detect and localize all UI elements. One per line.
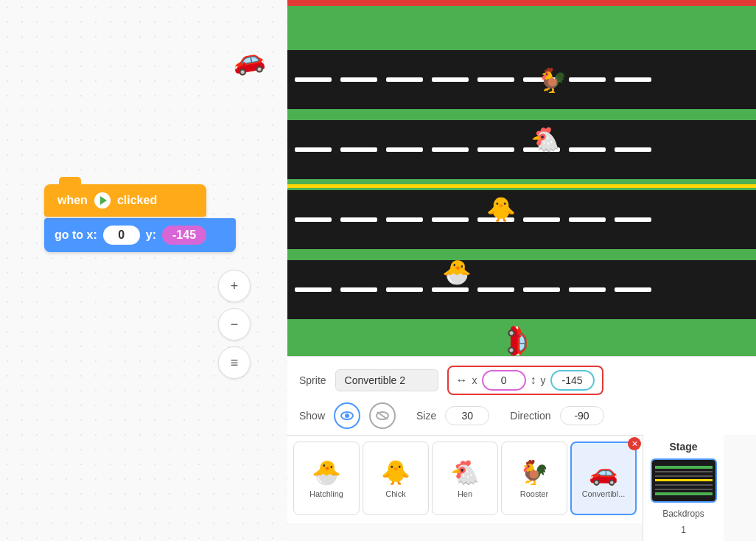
coord-box: ↔ x ↕ y <box>447 366 603 395</box>
convertible-thumb[interactable]: ✕ 🚗 Convertibl... <box>570 441 637 515</box>
road-dashes-3 <box>287 217 756 222</box>
road-1 <box>287 50 756 109</box>
sprites-area: Sprite ↔ x ↕ y Show <box>287 356 756 541</box>
road-4 <box>287 260 756 319</box>
green-top <box>287 6 756 52</box>
right-panel: 🚗 🐓 🐔 🐥 🐣 Sprite ↔ x ↕ y <box>287 0 756 541</box>
car-on-stage: 🚗 <box>506 324 537 357</box>
hen-wrapper: 🐔 Hen <box>432 441 498 515</box>
sprite-delete-button[interactable]: ✕ <box>628 437 641 450</box>
hatchling-wrapper: 🐣 Hatchling <box>293 441 360 515</box>
show-visible-button[interactable] <box>334 402 360 429</box>
convertible-label: Convertibl... <box>582 489 626 498</box>
x-coord-label: x <box>472 374 477 386</box>
rooster-icon: 🐓 <box>519 458 549 486</box>
when-text: when <box>57 194 88 207</box>
svg-point-3 <box>345 413 349 418</box>
green-strip-1 <box>287 109 756 120</box>
stage-thumbnail[interactable] <box>651 458 717 503</box>
size-label: Size <box>416 410 436 422</box>
sprite-name-input[interactable] <box>335 369 438 391</box>
hen-label: Hen <box>458 489 472 498</box>
chick-label: Chick <box>385 489 406 498</box>
road-container: 🚗 🐓 🐔 🐥 🐣 <box>287 6 756 356</box>
bottom-green: 🚗 <box>287 320 756 356</box>
backdrops-count: 1 <box>681 525 686 535</box>
convertible-wrapper: ✕ 🚗 Convertibl... <box>570 441 637 515</box>
chick-wrapper: 🐥 Chick <box>363 441 429 515</box>
rooster-label: Rooster <box>520 489 549 498</box>
car-sprite-decoration: 🚗 <box>230 41 268 77</box>
show-label: Show <box>299 410 325 422</box>
stage-sidebar: Stage Backdrops 1 <box>643 435 724 541</box>
hen-sprite: 🐔 <box>531 128 560 151</box>
rooster-wrapper: 🐓 Rooster <box>501 441 567 515</box>
stage-thumb-inner <box>652 460 715 501</box>
hatchling-thumb[interactable]: 🐣 Hatchling <box>293 441 360 515</box>
road-dashes-4 <box>287 287 756 292</box>
hatchling-label: Hatchling <box>309 489 343 498</box>
chick-icon: 🐥 <box>381 458 410 486</box>
road-2 <box>287 120 756 179</box>
x-arrow-icon: ↔ <box>456 374 468 387</box>
road-3 <box>287 190 756 249</box>
stage-top-bar <box>287 0 756 6</box>
clicked-text: clicked <box>117 194 157 207</box>
direction-label: Direction <box>510 410 550 422</box>
y-coord-label: y <box>541 374 546 386</box>
sprite-label: Sprite <box>299 374 326 386</box>
info-row-2: Show Size Direction <box>299 402 744 429</box>
goto-block[interactable]: go to x: 0 y: -145 <box>44 218 236 252</box>
y-coord-input[interactable] <box>550 370 595 391</box>
x-coord-input[interactable] <box>482 370 526 391</box>
chick-thumb[interactable]: 🐥 Chick <box>363 441 429 515</box>
hatchling-icon: 🐣 <box>312 458 341 486</box>
rooster-thumb[interactable]: 🐓 Rooster <box>501 441 567 515</box>
convertible-icon: 🚗 <box>589 458 618 486</box>
road-dashes-2 <box>287 147 756 152</box>
show-hidden-button[interactable] <box>369 402 396 429</box>
stage-label: Stage <box>669 441 697 453</box>
bottom-row: 🐣 Hatchling 🐥 Chick 🐔 Hen <box>287 435 756 541</box>
hen-icon: 🐔 <box>450 458 480 486</box>
zoom-out-button[interactable]: − <box>218 308 251 341</box>
size-input[interactable] <box>445 406 489 425</box>
y-arrow-icon: ↕ <box>531 374 536 387</box>
fullscreen-button[interactable]: ≡ <box>218 346 251 379</box>
goto-text: go to x: <box>55 228 97 242</box>
road-dashes-1 <box>287 77 756 82</box>
y-label: y: <box>146 228 156 242</box>
blocks-panel: 🚗 when clicked go to x: 0 y: -145 + − ≡ <box>0 0 287 541</box>
chick-sprite: 🐥 <box>486 198 516 221</box>
sprite-selector: 🐣 Hatchling 🐥 Chick 🐔 Hen <box>287 435 643 523</box>
info-panel: Sprite ↔ x ↕ y Show <box>287 356 756 435</box>
x-value-input[interactable]: 0 <box>103 226 140 245</box>
info-row-1: Sprite ↔ x ↕ y <box>299 366 744 395</box>
green-strip-2 <box>287 249 756 260</box>
rooster-sprite: 🐓 <box>538 69 567 92</box>
when-clicked-block[interactable]: when clicked <box>44 184 206 217</box>
zoom-controls: + − ≡ <box>218 270 251 379</box>
backdrops-label: Backdrops <box>662 509 704 519</box>
hatchling-sprite: 🐣 <box>442 260 472 284</box>
zoom-in-button[interactable]: + <box>218 270 251 302</box>
stage-canvas: 🚗 🐓 🐔 🐥 🐣 <box>287 0 756 356</box>
scratch-blocks: when clicked go to x: 0 y: -145 <box>44 184 236 252</box>
direction-input[interactable] <box>560 406 604 425</box>
hen-thumb[interactable]: 🐔 Hen <box>432 441 498 515</box>
mini-stage-visual <box>655 463 713 498</box>
y-value-input[interactable]: -145 <box>162 226 206 245</box>
flag-icon <box>94 192 111 209</box>
